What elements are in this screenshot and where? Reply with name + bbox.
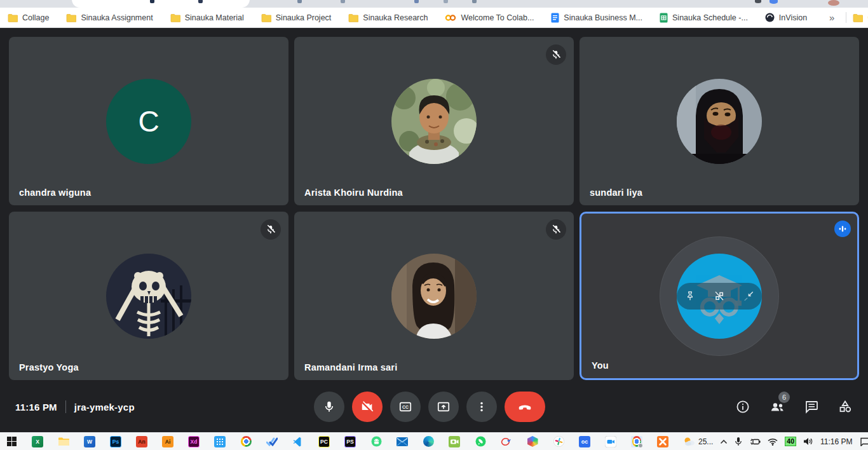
screen-recorder-icon[interactable] [449, 436, 460, 447]
profile-badge [638, 443, 643, 448]
hexagon-app-icon[interactable] [527, 436, 538, 447]
participant-tile-arista[interactable]: Arista Khoiru Nurdina [294, 37, 574, 205]
participant-tile-you[interactable]: You [580, 212, 859, 380]
participant-tile-sundari[interactable]: sundari liya [580, 37, 859, 205]
bookmark-collage[interactable]: Collage [8, 13, 49, 22]
bookmark-sinauka-schedule[interactable]: Sinauka Schedule -... [660, 13, 748, 23]
bookmark-sinauka-research[interactable]: Sinauka Research [348, 13, 428, 22]
bookmark-colab[interactable]: Welcome To Colab... [445, 13, 534, 22]
more-options-button[interactable] [466, 392, 497, 422]
avatar-wrap [294, 212, 574, 380]
bookmark-label: Sinauka Business M... [564, 13, 642, 22]
meeting-clock: 11:16 PM [15, 402, 57, 412]
calendar-app-icon[interactable] [214, 436, 226, 447]
oc-app-icon[interactable]: oc [579, 436, 590, 447]
android-emulator-icon[interactable] [370, 436, 382, 447]
xampp-logo-icon [657, 436, 668, 447]
pycharm-icon[interactable]: PC [318, 436, 330, 447]
bookmarks-bar: Collage Sinauka Assignment Sinauka Mater… [0, 8, 868, 28]
participant-tile-chandra[interactable]: C chandra wiguna [9, 37, 288, 205]
bookmark-sinauka-business[interactable]: Sinauka Business M... [551, 13, 642, 23]
video-app-icon[interactable] [605, 436, 616, 447]
participant-name: You [592, 360, 609, 371]
weather-widget[interactable]: 25... [683, 437, 713, 446]
bookmark-sinauka-project[interactable]: Sinauka Project [261, 13, 332, 22]
pin-icon[interactable] [684, 290, 696, 302]
tray-volume[interactable] [803, 437, 813, 446]
extension-icon[interactable] [297, 0, 302, 3]
swirl-app-icon[interactable] [501, 436, 512, 447]
svg-text:CC: CC [402, 405, 409, 409]
profile-avatar[interactable] [828, 0, 839, 6]
double-check-icon [266, 437, 278, 446]
tray-power[interactable] [749, 438, 761, 446]
chrome-active-icon[interactable] [631, 436, 642, 447]
meeting-details-button[interactable] [735, 399, 750, 414]
tray-overflow-chevron[interactable] [720, 439, 728, 444]
sync-icon[interactable] [770, 0, 778, 4]
address-bar[interactable] [72, 0, 250, 8]
extension-icon[interactable] [414, 0, 419, 3]
other-bookmarks-button[interactable]: Other bookmarks [853, 13, 868, 22]
illustrator-icon[interactable]: Ai [162, 436, 173, 447]
captions-button[interactable]: CC [390, 392, 421, 422]
folder-icon [261, 13, 271, 22]
folder-icon [58, 437, 69, 446]
excel-icon[interactable]: X [32, 436, 43, 447]
hexagon-glyph [527, 436, 538, 447]
participant-tile-ramandani[interactable]: Ramandani Irma sari [294, 212, 574, 380]
adobe-xd-icon[interactable]: Xd [188, 436, 200, 447]
slack-icon[interactable] [553, 436, 564, 447]
battery-percent-widget[interactable]: 40 [785, 437, 796, 446]
extension-icon[interactable] [472, 0, 477, 3]
participant-tile-prastyo[interactable]: Prastyo Yoga [9, 212, 288, 380]
animate-icon[interactable]: An [136, 436, 147, 447]
leave-call-button[interactable] [505, 392, 545, 422]
chrome-icon[interactable] [240, 436, 252, 447]
bookmark-sinauka-material[interactable]: Sinauka Material [170, 13, 244, 22]
people-button[interactable]: 6 [769, 399, 785, 414]
minimize-icon[interactable] [743, 290, 754, 302]
tray-network[interactable] [768, 438, 778, 446]
bookmark-invision[interactable]: InVision [765, 13, 807, 22]
info-icon [735, 399, 750, 414]
start-button[interactable] [6, 436, 17, 447]
vscode-icon[interactable] [292, 436, 304, 447]
avatar-initial-letter: C [138, 104, 159, 139]
edge-icon[interactable] [423, 436, 434, 447]
taskbar-clock[interactable]: 11:16 PM [820, 437, 852, 446]
xampp-icon[interactable] [657, 436, 668, 447]
browser-menu-icon[interactable] [755, 0, 761, 3]
bookmark-label: Sinauka Assignment [81, 13, 153, 22]
present-screen-button[interactable] [428, 392, 459, 422]
meet-bottom-bar: 11:16 PM jra-ymek-ycp CC [0, 381, 868, 432]
more-vertical-icon [475, 400, 489, 414]
activities-button[interactable] [837, 399, 853, 414]
extension-icon[interactable] [341, 0, 345, 3]
bookmark-label: Sinauka Material [185, 13, 244, 22]
todo-app-icon[interactable] [266, 436, 278, 447]
remove-from-grid-icon[interactable] [712, 289, 726, 303]
meeting-info: 11:16 PM jra-ymek-ycp [15, 381, 135, 432]
camera-off-button[interactable] [352, 392, 383, 422]
chat-button[interactable] [804, 399, 819, 414]
photoshop-icon[interactable]: Ps [110, 436, 121, 447]
action-center-icon [860, 437, 868, 446]
word-icon[interactable]: W [84, 436, 95, 447]
mic-button[interactable] [314, 392, 344, 422]
bookmarks-overflow-chevron[interactable]: » [824, 12, 839, 23]
action-center-button[interactable] [860, 437, 868, 446]
whatsapp-icon[interactable] [475, 436, 486, 447]
chrome-logo-icon [241, 436, 252, 447]
mail-app-icon[interactable] [397, 436, 408, 447]
extension-icon[interactable] [444, 0, 448, 3]
bookmark-sinauka-assignment[interactable]: Sinauka Assignment [66, 13, 153, 22]
tray-mic[interactable] [735, 437, 742, 446]
phpstorm-icon[interactable]: PS [344, 436, 356, 447]
phpstorm-glyph: PS [344, 436, 356, 447]
pycharm-glyph: PC [318, 436, 330, 447]
windows-taskbar: X W Ps An Ai Xd PC PS oc [0, 432, 868, 450]
file-explorer-icon[interactable] [58, 436, 69, 447]
camera-green-icon [449, 436, 460, 447]
swirl-app-logyph [501, 437, 512, 447]
